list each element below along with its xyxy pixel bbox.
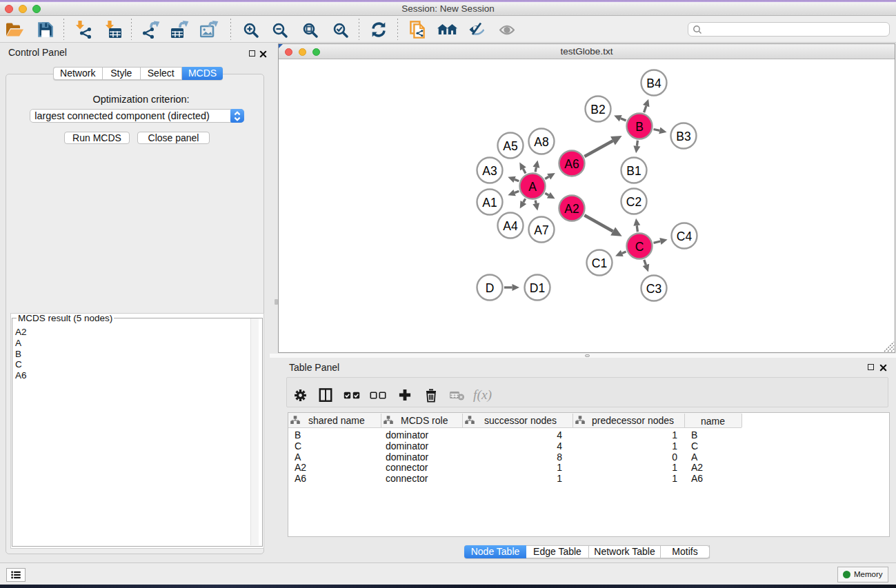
svg-text:C3: C3 (646, 282, 661, 296)
svg-text:A: A (528, 180, 537, 194)
svg-text:A1: A1 (482, 196, 497, 210)
svg-text:A4: A4 (503, 219, 518, 233)
svg-text:B: B (635, 120, 644, 134)
svg-text:D: D (486, 281, 495, 295)
svg-text:A2: A2 (564, 202, 579, 216)
svg-text:A7: A7 (534, 223, 548, 237)
svg-text:A5: A5 (503, 139, 517, 153)
svg-text:C4: C4 (677, 230, 693, 243)
svg-text:B1: B1 (626, 164, 641, 178)
svg-text:B3: B3 (676, 130, 690, 143)
svg-text:B2: B2 (590, 103, 605, 116)
svg-text:B4: B4 (646, 77, 661, 90)
svg-text:C: C (635, 240, 644, 254)
svg-text:A8: A8 (534, 135, 548, 149)
svg-text:C1: C1 (592, 256, 607, 270)
svg-text:A6: A6 (564, 157, 579, 171)
svg-text:C2: C2 (626, 195, 641, 209)
svg-text:A3: A3 (482, 164, 497, 178)
svg-text:D1: D1 (530, 281, 545, 295)
